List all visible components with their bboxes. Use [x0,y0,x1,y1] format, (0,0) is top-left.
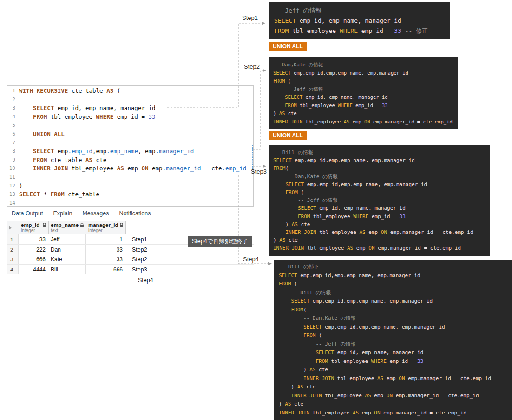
sql-line: FROM ( [273,77,453,85]
editor-line: 5 [7,121,253,130]
cell-manager_id[interactable]: 1 [86,234,125,244]
cell-emp_id[interactable]: 33 [19,234,48,244]
row-step-label: Step3 [125,265,254,274]
line-number: 7 [7,139,19,148]
sql-line: ) AS cte [279,366,507,375]
editor-line: 2 [7,96,253,104]
lock-icon [119,223,124,227]
sql-line: SELECT emp.emp_id,emp.emp_name, emp.mana… [273,156,486,164]
editor-line: 1WITH RECURSIVE cte_table AS ( [7,87,253,96]
sql-line: ) AS cte [279,383,507,392]
cell-emp_name[interactable]: Kate [48,254,86,264]
column-header-manager_id[interactable]: manager_idinteger [86,221,126,234]
editor-line: 14 [7,199,253,207]
row-number-cell[interactable]: 1 [7,234,19,244]
line-number: 5 [7,121,19,130]
sql-line: FROM ( [279,280,507,289]
grid-header: emp_idintegeremp_nametextmanager_idinteg… [7,221,126,234]
column-header-emp_name[interactable]: emp_nametext [49,221,86,234]
union-all-badge-1: UNION ALL [269,42,307,51]
cell-emp_name[interactable]: Jeff [48,234,86,244]
step3-expanded-sql: -- Bill の情報SELECT emp.emp_id,emp.emp_nam… [269,145,490,256]
column-header-emp_id[interactable]: emp_idinteger [19,221,49,234]
sql-line: -- Jeff の情報 [273,196,486,204]
sql-line: -- Bill の部下 [279,263,507,271]
code-line: SELECT * FROM cte_table [19,190,99,199]
editor-line: 3 SELECT emp_id, emp_name, manager_id [7,104,253,113]
tab-data-output[interactable]: Data Output [7,208,47,219]
line-number: 8 [7,147,19,156]
sql-line: INNER JOIN tbl_employee AS emp ON emp.ma… [273,244,486,252]
step4-expanded-sql: -- Bill の部下SELECT emp.emp_id,emp.emp_nam… [274,260,512,420]
sql-line: -- Bill の情報 [273,149,486,156]
code-line: SELECT emp.emp_id,emp.emp_name, emp.mana… [19,147,194,156]
line-number: 3 [7,104,19,113]
cell-emp_name[interactable]: Dan [48,245,86,254]
result-tabs: Data OutputExplainMessagesNotifications [7,207,254,220]
row-number-cell[interactable]: 2 [7,245,19,254]
sql-line: -- Dan,Kate の情報 [273,173,486,181]
sql-line: -- Jeff の情報 [279,340,507,349]
sql-line: INNER JOIN tbl_employee AS emp ON emp.ma… [273,228,486,236]
sql-line: -- Bill の情報 [279,289,507,297]
sql-line: SELECT emp_id, emp_name, manager_id [273,93,453,102]
select-all-corner[interactable] [7,221,19,234]
line-number: 6 [7,130,19,139]
sql-line: INNER JOIN tbl_employee AS emp ON emp.ma… [279,392,507,401]
cell-manager_id[interactable]: 33 [86,245,125,254]
code-line: INNER JOIN tbl_employee AS emp ON emp.ma… [19,164,246,173]
sql-line: SELECT emp.emp_id,emp.emp_name, emp.mana… [279,323,507,332]
cell-emp_id[interactable]: 4444 [19,265,48,274]
step1-arrow-label: Step1 [242,14,258,21]
tab-messages[interactable]: Messages [78,208,113,219]
step4-tooltip: Step4で再帰処理終了 [188,236,252,247]
step1-expanded-sql: -- Jeff の情報SELECT emp_id, emp_name, mana… [269,2,450,39]
column-name: emp_name [51,222,79,228]
lock-icon [42,223,46,227]
sql-line: FROM tbl_employee WHERE emp_id = 33 [273,102,453,110]
sql-line: ) AS cte [273,110,453,118]
editor-line: 13SELECT * FROM cte_table [7,190,253,199]
sql-line: -- Jeff の情報 [273,85,453,94]
code-line: WITH RECURSIVE cte_table AS ( [19,87,120,96]
cell-emp_id[interactable]: 666 [19,254,48,264]
sql-line: INNER JOIN tbl_employee AS emp ON emp.ma… [273,118,453,126]
sql-line: ) AS cte [279,400,507,409]
row-step-label: Step2 [125,254,254,264]
editor-line: 7 [7,139,253,148]
cell-manager_id[interactable]: 666 [86,265,125,274]
line-number: 11 [7,173,19,182]
cell-emp_name[interactable]: Bill [48,265,86,274]
code-line: FROM tbl_employee WHERE emp_id = 33 [19,113,156,122]
editor-line: 9 FROM cte_table AS cte [7,156,253,165]
sql-line: INNER JOIN tbl_employee AS emp ON emp.ma… [279,409,507,418]
step4-arrow-label: Step4 [243,256,259,263]
cell-emp_id[interactable]: 222 [19,245,48,254]
sql-line: SELECT emp.emp_id,emp.emp_name, emp.mana… [273,181,486,188]
column-type: integer [21,228,46,233]
line-number: 10 [7,164,19,173]
step2-arrow-label: Step2 [244,63,260,70]
sql-editor[interactable]: 1WITH RECURSIVE cte_table AS (23 SELECT … [7,85,254,207]
sql-line: INNER JOIN tbl_employee AS emp ON emp.ma… [279,375,507,383]
code-line: FROM cte_table AS cte [19,156,106,165]
tab-notifications[interactable]: Notifications [115,208,155,219]
step2-arrow [253,71,266,149]
row-number-cell[interactable]: 4 [7,265,19,274]
union-all-badge-2: UNION ALL [269,131,307,140]
step2-expanded-sql: -- Dan,Kate の情報SELECT emp.emp_id,emp.emp… [269,57,458,129]
sql-line: SELECT emp.emp_id,emp.emp_name, emp.mana… [273,69,453,78]
code-line: UNION ALL [19,130,65,139]
sql-line: FROM ( [273,188,486,196]
row-number-cell[interactable]: 3 [7,254,19,264]
line-number: 4 [7,113,19,122]
tab-explain[interactable]: Explain [49,208,76,219]
cell-manager_id[interactable]: 33 [86,254,125,264]
line-number: 2 [7,96,19,104]
sql-line: FROM tbl_employee WHERE emp_id = 33 -- 修… [274,26,444,36]
table-row: 3666Kate33Step2 [7,254,254,265]
sql-editor-lines: 1WITH RECURSIVE cte_table AS (23 SELECT … [7,87,253,207]
line-number: 13 [7,190,19,199]
editor-line: 4 FROM tbl_employee WHERE emp_id = 33 [7,113,253,122]
code-line: ) [19,182,23,191]
